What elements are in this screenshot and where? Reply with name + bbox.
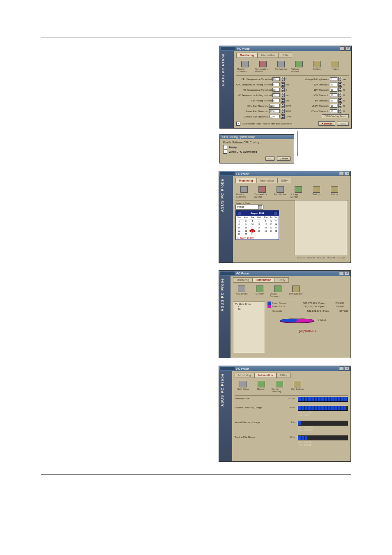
vcore-threshold-input[interactable]: 10 (330, 109, 337, 113)
spinner[interactable] (338, 77, 342, 81)
toolbtn-monitor-summary[interactable]: Monitor Summary (237, 61, 253, 73)
calendar-day[interactable]: 7 (273, 219, 279, 223)
calendar-day[interactable]: 1 (236, 219, 242, 223)
toolbtn-settings[interactable]: Settings (309, 186, 324, 198)
calendar-day[interactable]: 13 (269, 223, 273, 226)
spinner[interactable] (281, 104, 285, 108)
toolbtn-settings[interactable]: Settings (309, 61, 325, 73)
mb-temp-threshold-input[interactable]: 60 (272, 88, 280, 92)
tree-node-d[interactable]: D: (235, 308, 263, 310)
calendar-today-label[interactable]: ◯ Today: 8/24/99 (236, 236, 279, 240)
tab-monitoring[interactable]: Monitoring (236, 53, 258, 58)
tab-monitoring[interactable]: Monitoring (235, 178, 257, 183)
dropdown-arrow-icon[interactable] (258, 205, 262, 209)
calendar-day[interactable]: 17 (249, 226, 255, 229)
toolbtn-memory[interactable]: Memory (252, 286, 267, 297)
calendar-day[interactable]: 3 (249, 219, 255, 223)
titlebar[interactable]: PC Probe _ X (219, 366, 350, 371)
toolbtn-dmi-explorer[interactable]: DMI Explorer (288, 286, 304, 297)
p5v-threshold-input[interactable]: 10 (330, 93, 337, 97)
toolbtn-fan-monitor[interactable]: Fan Monitor (272, 186, 288, 198)
tab-monitoring[interactable]: Monitoring (235, 373, 254, 378)
calendar-day[interactable]: 21 (273, 226, 279, 229)
mb-temp-polling-input[interactable]: 5 (272, 93, 280, 97)
calendar-day[interactable]: 31 (249, 233, 255, 236)
calendar-day[interactable]: 16 (242, 226, 249, 229)
chassis-fan-threshold-input[interactable]: 2200 (269, 115, 280, 118)
tab-monitoring[interactable]: Monitoring (233, 277, 253, 283)
titlebar[interactable]: PC Probe _ X (219, 271, 350, 276)
toolbtn-fan-monitor[interactable]: Fan Monitor (273, 61, 289, 73)
calendar-day[interactable]: 10 (249, 223, 255, 226)
calendar-day[interactable]: 19 (263, 226, 269, 229)
toolbtn-memory[interactable]: Memory (254, 381, 269, 393)
close-button[interactable]: X (345, 271, 350, 275)
m12v-threshold-input[interactable]: 10 (330, 88, 337, 92)
opt-overheated-checkbox[interactable] (223, 150, 227, 154)
cpu-fan-threshold-input[interactable]: 2200 (269, 104, 280, 108)
calendar-day[interactable]: 11 (255, 223, 263, 226)
toolbtn-hard-drives[interactable]: Hard Drives (234, 286, 249, 297)
apply-button[interactable]: Apply (337, 122, 349, 126)
spinner[interactable] (338, 82, 342, 87)
voltage-polling-input[interactable]: 5 (330, 77, 337, 81)
spinner[interactable] (338, 88, 342, 92)
tab-utility[interactable]: Utility (277, 373, 291, 378)
fan-polling-input[interactable]: 5 (272, 99, 280, 102)
toolbtn-temperature-monitor[interactable]: Temperature Monitor (254, 186, 270, 198)
calendar-day[interactable]: 30 (242, 233, 249, 236)
close-button[interactable]: X (346, 46, 350, 51)
toolbtn-device-summary[interactable]: Device Summary (270, 286, 286, 297)
calendar-day[interactable]: 22 (236, 229, 242, 233)
spinner[interactable] (281, 109, 285, 113)
calendar-day[interactable]: 18 (255, 226, 263, 229)
cpu-temp-polling-input[interactable]: 5 (272, 83, 280, 86)
close-button[interactable]: X (345, 172, 350, 176)
toolbtn-history[interactable]: History (327, 186, 342, 198)
tab-information[interactable]: Information (253, 277, 275, 283)
minimize-button[interactable]: _ (339, 172, 344, 176)
next-month-button[interactable] (273, 211, 277, 215)
spinner[interactable] (338, 93, 342, 97)
tab-utility[interactable]: Utility (275, 277, 289, 283)
calendar-day[interactable]: 23 (242, 229, 249, 233)
calendar-day[interactable]: 20 (269, 226, 273, 229)
toolbtn-voltage-monitor[interactable]: Voltage Monitor (291, 61, 307, 73)
calendar-day[interactable]: 12 (263, 223, 269, 226)
calendar-day[interactable]: 25 (255, 229, 263, 233)
opt-always-checkbox[interactable] (223, 145, 227, 149)
calendar-day[interactable]: 2 (242, 219, 249, 223)
toolbtn-voltage-monitor[interactable]: Voltage Monitor (291, 186, 306, 198)
default-button[interactable]: ✖ Default (318, 121, 335, 126)
auto-exec-checkbox[interactable]: ✔ (236, 122, 240, 126)
calendar[interactable]: August 1999 SunMonTueWedThuFriSat 123456… (235, 210, 279, 240)
toolbtn-device-summary[interactable]: Device Summary (272, 381, 287, 393)
calendar-day[interactable]: 4 (255, 219, 263, 223)
date-combo[interactable]: 8/24/99 (235, 205, 263, 210)
toolbtn-dmi-explorer[interactable]: DMI Explorer (290, 381, 305, 393)
spinner[interactable] (281, 77, 285, 81)
tab-information[interactable]: Information (258, 53, 279, 58)
spinner[interactable] (281, 88, 285, 92)
calendar-day[interactable]: 29 (236, 233, 242, 236)
minimize-button[interactable]: _ (340, 46, 345, 51)
calendar-day[interactable]: 6 (269, 219, 273, 223)
calendar-day[interactable]: 26 (263, 229, 269, 233)
minimize-button[interactable]: _ (339, 271, 344, 275)
popup-ok-button[interactable]: OK (265, 157, 275, 161)
titlebar[interactable]: PC Probe _ X (219, 171, 350, 176)
toolbtn-history[interactable]: History (327, 61, 343, 73)
titlebar[interactable]: PC Probe _ X (220, 46, 351, 51)
drive-tree[interactable]: My Hard Drive C: D: (233, 302, 265, 353)
toolbtn-hard-drives[interactable]: Hard Drives (235, 381, 251, 393)
spinner[interactable] (338, 109, 342, 113)
close-button[interactable]: X (345, 366, 350, 371)
p12v-threshold-input[interactable]: 10 (330, 83, 337, 86)
cpu-cooling-setup-button[interactable]: CPU Cooling Setup (322, 114, 349, 118)
calendar-day[interactable]: 9 (242, 223, 249, 226)
p3_3v-threshold-input[interactable]: 10 (330, 104, 337, 108)
calendar-day[interactable]: 15 (236, 226, 242, 229)
tab-utility[interactable]: Utility (277, 178, 291, 183)
tab-information[interactable]: Information (254, 373, 277, 378)
minimize-button[interactable]: _ (339, 366, 344, 371)
